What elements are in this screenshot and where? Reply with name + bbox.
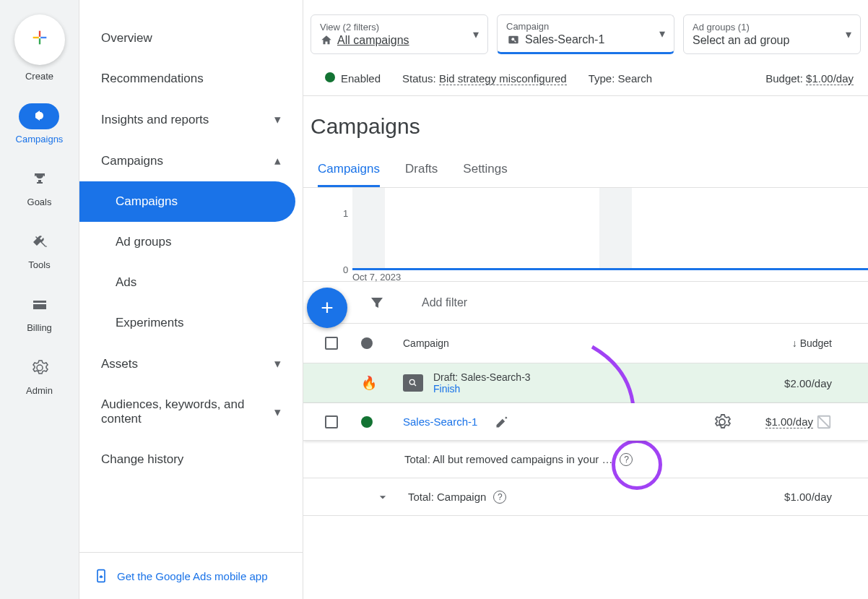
scope-campaign[interactable]: Campaign Sales-Search-1 ▾ bbox=[497, 14, 674, 54]
main-content: View (2 filters) All campaigns ▾ Campaig… bbox=[303, 0, 868, 599]
nav-sub-ads[interactable]: Ads bbox=[79, 262, 303, 303]
col-campaign[interactable]: Campaign bbox=[396, 337, 731, 349]
arrow-down-icon: ↓ bbox=[792, 337, 797, 349]
mobile-app-link[interactable]: Get the Google Ads mobile app bbox=[79, 552, 303, 599]
phone-icon bbox=[94, 566, 108, 586]
gear-icon[interactable] bbox=[713, 413, 731, 431]
chevron-down-icon: ▾ bbox=[274, 112, 281, 127]
plus-icon bbox=[30, 27, 50, 53]
gear-icon bbox=[31, 359, 48, 376]
tabs: Campaigns Drafts Settings bbox=[303, 153, 868, 188]
row-budget[interactable]: $1.00/day bbox=[731, 414, 854, 430]
nav-sub-experiments[interactable]: Experiments bbox=[79, 303, 303, 343]
chart-line bbox=[352, 268, 868, 270]
filter-icon bbox=[368, 294, 386, 311]
chart-band bbox=[599, 188, 632, 269]
nav-overview[interactable]: Overview bbox=[79, 18, 303, 59]
chevron-up-icon: ▴ bbox=[274, 153, 281, 168]
status-enabled-icon bbox=[361, 416, 373, 428]
scope-bar: View (2 filters) All campaigns ▾ Campaig… bbox=[303, 14, 868, 65]
nav-assets[interactable]: Assets▾ bbox=[79, 343, 303, 384]
budget-value[interactable]: $1.00/day bbox=[806, 72, 854, 85]
rail-billing[interactable]: Billing bbox=[19, 292, 60, 333]
plus-icon: + bbox=[321, 296, 334, 320]
pencil-icon[interactable] bbox=[495, 415, 509, 429]
col-budget[interactable]: ↓Budget bbox=[731, 337, 854, 349]
finish-link[interactable]: Finish bbox=[433, 383, 531, 395]
secondary-nav: Overview Recommendations Insights and re… bbox=[79, 0, 303, 599]
rail-tools-label: Tools bbox=[28, 259, 50, 270]
chart: 1 0 Oct 7, 2023 bbox=[303, 188, 868, 282]
chevron-down-icon: ▾ bbox=[846, 27, 851, 41]
add-campaign-fab[interactable]: + bbox=[307, 288, 347, 328]
status-budget: Budget: $1.00/day bbox=[765, 72, 854, 85]
status-dot-icon bbox=[325, 72, 335, 82]
draft-name: Draft: Sales-Search-3 bbox=[433, 371, 531, 383]
chevron-down-icon[interactable] bbox=[376, 488, 390, 506]
chevron-down-icon: ▾ bbox=[274, 356, 281, 371]
rail-goals-label: Goals bbox=[27, 197, 52, 207]
row-checkbox[interactable] bbox=[325, 415, 338, 428]
status-status: Status: Bid strategy misconfigured bbox=[402, 72, 567, 85]
scope-adgroups-value: Select an ad group bbox=[693, 34, 789, 47]
scope-campaign-label: Campaign bbox=[506, 21, 604, 32]
nav-campaigns[interactable]: Campaigns▴ bbox=[79, 140, 303, 181]
status-value[interactable]: Bid strategy misconfigured bbox=[439, 72, 567, 85]
left-rail: Create Campaigns Goals Tools Billing Adm… bbox=[0, 0, 79, 599]
rail-goals[interactable]: Goals bbox=[19, 166, 60, 207]
chevron-down-icon: ▾ bbox=[274, 405, 281, 420]
scope-view-value: All campaigns bbox=[320, 34, 409, 47]
select-all-checkbox[interactable] bbox=[325, 337, 338, 350]
status-bar: Enabled Status: Bid strategy misconfigur… bbox=[303, 65, 868, 96]
scope-adgroups[interactable]: Ad groups (1) Select an ad group ▾ bbox=[683, 14, 861, 54]
status-type: Type: Search bbox=[589, 72, 652, 85]
filter-row[interactable]: Add filter bbox=[303, 282, 868, 324]
scope-view[interactable]: View (2 filters) All campaigns ▾ bbox=[311, 14, 488, 54]
chart-date: Oct 7, 2023 bbox=[352, 272, 401, 283]
table-header: Campaign ↓Budget bbox=[303, 324, 868, 363]
tab-settings[interactable]: Settings bbox=[463, 153, 507, 187]
help-icon[interactable]: ? bbox=[620, 453, 633, 466]
total-budget: $1.00/day bbox=[731, 491, 854, 503]
chart-tick: 0 bbox=[343, 264, 348, 275]
card-icon bbox=[31, 296, 48, 314]
page-title: Campaigns bbox=[303, 96, 868, 153]
status-enabled[interactable]: Enabled bbox=[325, 72, 381, 85]
nav-recommendations[interactable]: Recommendations bbox=[79, 59, 303, 99]
svg-point-3 bbox=[409, 379, 415, 384]
chevron-down-icon: ▾ bbox=[473, 27, 479, 41]
nav-sub-adgroups[interactable]: Ad groups bbox=[79, 222, 303, 262]
megaphone-icon bbox=[30, 108, 48, 125]
scope-view-label: View (2 filters) bbox=[320, 22, 409, 33]
scope-campaign-value: Sales-Search-1 bbox=[506, 33, 604, 46]
campaign-link[interactable]: Sales-Search-1 bbox=[403, 415, 477, 428]
rail-admin-label: Admin bbox=[26, 385, 53, 396]
home-icon bbox=[320, 34, 333, 47]
nav-audiences[interactable]: Audiences, keywords, and content▾ bbox=[79, 384, 303, 439]
rail-billing-label: Billing bbox=[27, 322, 52, 333]
create-label: Create bbox=[25, 71, 53, 82]
create-button[interactable]: Create bbox=[14, 14, 65, 82]
nav-insights[interactable]: Insights and reports▾ bbox=[79, 99, 303, 140]
rail-campaigns-label: Campaigns bbox=[16, 134, 64, 145]
search-campaign-icon bbox=[506, 34, 521, 46]
rail-tools[interactable]: Tools bbox=[19, 229, 60, 270]
trophy-icon bbox=[31, 171, 48, 188]
nav-change-history[interactable]: Change history bbox=[79, 439, 303, 480]
total-row: Total: Campaign ? $1.00/day bbox=[303, 478, 868, 516]
rail-admin[interactable]: Admin bbox=[19, 355, 60, 396]
chevron-down-icon: ▾ bbox=[659, 27, 665, 40]
rail-campaigns[interactable]: Campaigns bbox=[16, 103, 64, 145]
tab-drafts[interactable]: Drafts bbox=[405, 153, 438, 187]
fire-icon: 🔥 bbox=[361, 375, 377, 391]
help-icon[interactable]: ? bbox=[493, 491, 506, 504]
tools-icon bbox=[31, 233, 48, 251]
total-label: Total: All but removed campaigns in your… bbox=[376, 453, 612, 465]
status-filter-icon[interactable] bbox=[361, 337, 373, 349]
table-row: Sales-Search-1 $1.00/day bbox=[303, 403, 868, 441]
nav-sub-campaigns[interactable]: Campaigns bbox=[79, 181, 295, 222]
tab-campaigns[interactable]: Campaigns bbox=[318, 153, 380, 187]
chart-tick: 1 bbox=[343, 208, 348, 219]
search-icon bbox=[403, 374, 423, 392]
scope-adgroups-label: Ad groups (1) bbox=[693, 22, 789, 33]
